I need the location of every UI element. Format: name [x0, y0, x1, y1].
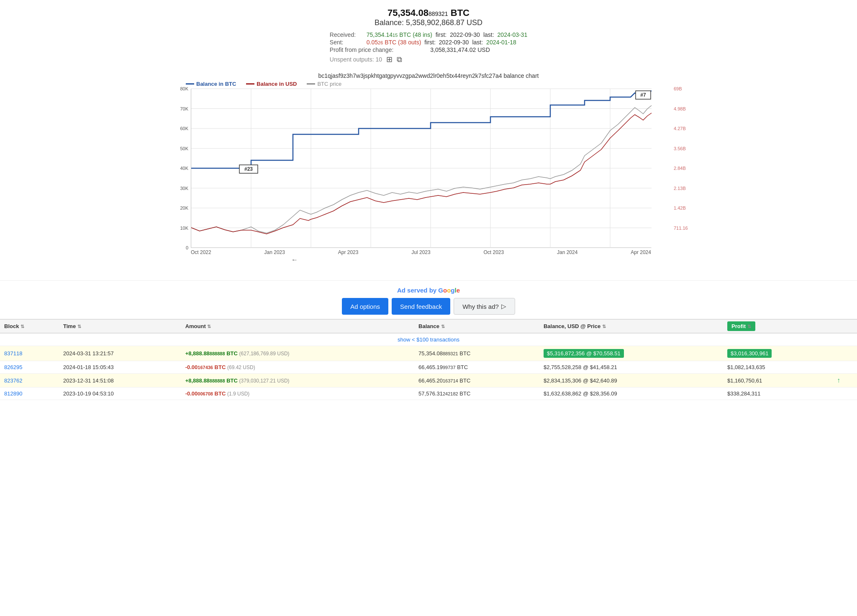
profit-green: $3,016,300,961	[727, 349, 772, 358]
block-link[interactable]: 837118	[4, 350, 22, 357]
why-ad-button[interactable]: Why this ad? ▷	[454, 298, 515, 315]
chart-legend: Balance in BTC Balance in USD BTC price	[186, 81, 696, 87]
legend-price: BTC price	[307, 81, 341, 87]
legend-price-line	[307, 83, 315, 85]
cell-balance: 57,576.31242182 BTC	[414, 388, 539, 400]
cell-profit: $1,082,143,635	[723, 361, 833, 374]
amount-value: +8,888.88888888 BTC	[185, 350, 238, 357]
chart-svg: #23 #7	[191, 89, 651, 248]
why-ad-label: Why this ad?	[462, 303, 499, 310]
cell-amount: -0.00006708 BTC (1.9 USD)	[181, 388, 414, 400]
transaction-table: Block ⇅ Time ⇅ Amount ⇅ Balance ⇅ Balanc…	[0, 319, 857, 400]
cell-block: 823762	[0, 374, 59, 388]
cell-balance-usd: $5,316,872,356 @ $70,558.51	[539, 346, 723, 361]
transaction-table-container: Block ⇅ Time ⇅ Amount ⇅ Balance ⇅ Balanc…	[0, 319, 857, 400]
y-label-80k: 80K	[180, 86, 188, 91]
table-header: Block ⇅ Time ⇅ Amount ⇅ Balance ⇅ Balanc…	[0, 319, 857, 333]
cell-time: 2023-12-31 14:51:08	[59, 374, 181, 388]
play-icon: ▷	[501, 303, 506, 310]
usd-balance: Balance: 5,358,902,868.87 USD	[8, 18, 849, 27]
svg-text:#23: #23	[244, 166, 253, 172]
copy-icon[interactable]: ⧉	[397, 55, 402, 64]
cell-balance-usd: $2,834,135,306 @ $42,640.89	[539, 374, 723, 388]
table-row: 823762 2023-12-31 14:51:08 +8,888.888888…	[0, 374, 857, 388]
show-small-link[interactable]: show < $100 transactions	[0, 333, 857, 346]
th-time[interactable]: Time ⇅	[59, 319, 181, 333]
balance-usd-plain: $2,834,135,306 @ $42,640.89	[544, 377, 617, 384]
btc-amount-small: 889321	[428, 10, 448, 17]
cell-block: 812890	[0, 388, 59, 400]
th-amount[interactable]: Amount ⇅	[181, 319, 414, 333]
sent-row: Sent: 0.0526 BTC (38 outs) first: 2022-0…	[330, 39, 527, 46]
back-arrow[interactable]: ←	[291, 256, 671, 264]
sort-time-icon: ⇅	[77, 324, 81, 329]
cell-block: 837118	[0, 346, 59, 361]
legend-usd: Balance in USD	[246, 81, 297, 87]
received-row: Received: 75,354.1415 BTC (48 ins) first…	[330, 31, 527, 38]
th-profit[interactable]: Profit ⇅	[723, 319, 833, 333]
th-balance-usd[interactable]: Balance, USD @ Price ⇅	[539, 319, 723, 333]
sort-amount-icon: ⇅	[207, 324, 211, 329]
sort-profit-icon: ⇅	[747, 324, 751, 329]
table-row: 837118 2024-03-31 13:21:57 +8,888.888888…	[0, 346, 857, 361]
amount-value: +8,888.88888888 BTC	[185, 377, 238, 384]
amount-usd: (379,030,127.21 USD)	[239, 378, 290, 384]
profit-plain: $1,160,750,61	[727, 377, 762, 384]
chart-drawing-area: #23 #7 Oct 2022 Jan 2023 Apr 2023 Jul 20…	[191, 89, 671, 264]
cell-arrow: ↑	[833, 374, 857, 388]
cell-arrow	[833, 361, 857, 374]
cell-amount: +8,888.88888888 BTC (627,186,769.89 USD)	[181, 346, 414, 361]
cell-balance-usd: $1,632,638,862 @ $28,356.09	[539, 388, 723, 400]
cell-profit: $1,160,750,61	[723, 374, 833, 388]
btc-amount: 75,354.08	[387, 8, 428, 18]
info-table: Received: 75,354.1415 BTC (48 ins) first…	[330, 31, 527, 64]
y-axis-right: 69B 4.98B 4.27B 3.56B 2.84B 2.13B 1.42B …	[672, 89, 696, 248]
btc-balance: 75,354.08889321 BTC	[8, 8, 849, 18]
amount-usd: (627,186,769.89 USD)	[239, 351, 290, 357]
amount-usd: (1.9 USD)	[227, 391, 249, 397]
cell-amount: -0.00167436 BTC (69.42 USD)	[181, 361, 414, 374]
cell-profit: $338,284,311	[723, 388, 833, 400]
table-row: 812890 2023-10-19 04:53:10 -0.00006708 B…	[0, 388, 857, 400]
profit-row: Profit from price change: 3,058,331,474.…	[330, 46, 527, 53]
cell-balance-usd: $2,755,528,258 @ $41,458.21	[539, 361, 723, 374]
table-row: 826295 2024-01-18 15:05:43 -0.00167436 B…	[0, 361, 857, 374]
ad-served-label: Ad served by Google	[0, 287, 857, 294]
cell-arrow	[833, 346, 857, 361]
cell-time: 2023-10-19 04:53:10	[59, 388, 181, 400]
profit-plain: $338,284,311	[727, 390, 761, 397]
th-block[interactable]: Block ⇅	[0, 319, 59, 333]
balance-usd-plain: $2,755,528,258 @ $41,458.21	[544, 364, 617, 370]
chart-title: bc1qjasf9z3h7w3jspkhtgatgpyvvzgpa2wwd2lr…	[0, 72, 857, 79]
balance-usd-plain: $1,632,638,862 @ $28,356.09	[544, 390, 617, 397]
cell-arrow	[833, 388, 857, 400]
legend-btc: Balance in BTC	[186, 81, 236, 87]
btc-symbol: BTC	[451, 8, 470, 18]
amount-usd: (69.42 USD)	[227, 364, 255, 370]
sort-balance-usd-icon: ⇅	[602, 324, 606, 329]
block-link[interactable]: 826295	[4, 364, 22, 370]
block-link[interactable]: 823762	[4, 377, 22, 384]
google-logo: Google	[438, 287, 460, 294]
qr-icon[interactable]: ⊞	[386, 55, 393, 64]
balance-usd-green: $5,316,872,356 @ $70,558.51	[544, 349, 624, 358]
cell-balance: 75,354.08889321 BTC	[414, 346, 539, 361]
block-link[interactable]: 812890	[4, 390, 22, 397]
y-axis-left: 80K 70K 60K 50K 40K 30K 20K 10K 0	[169, 89, 190, 248]
up-arrow-icon: ↑	[837, 377, 840, 384]
ad-section: Ad served by Google Ad options Send feed…	[0, 280, 857, 319]
x-axis-labels: Oct 2022 Jan 2023 Apr 2023 Jul 2023 Oct …	[191, 249, 651, 255]
tx-tbody: 837118 2024-03-31 13:21:57 +8,888.888888…	[0, 346, 857, 400]
legend-usd-line	[246, 83, 254, 85]
send-feedback-button[interactable]: Send feedback	[392, 298, 450, 315]
amount-value: -0.00167436 BTC	[185, 364, 226, 370]
cell-block: 826295	[0, 361, 59, 374]
cell-time: 2024-03-31 13:21:57	[59, 346, 181, 361]
ad-options-button[interactable]: Ad options	[342, 298, 388, 315]
th-balance[interactable]: Balance ⇅	[414, 319, 539, 333]
cell-amount: +8,888.88888888 BTC (379,030,127.21 USD)	[181, 374, 414, 388]
legend-btc-line	[186, 83, 194, 85]
cell-time: 2024-01-18 15:05:43	[59, 361, 181, 374]
amount-value: -0.00006708 BTC	[185, 390, 226, 397]
header-section: 75,354.08889321 BTC Balance: 5,358,902,8…	[0, 0, 857, 68]
